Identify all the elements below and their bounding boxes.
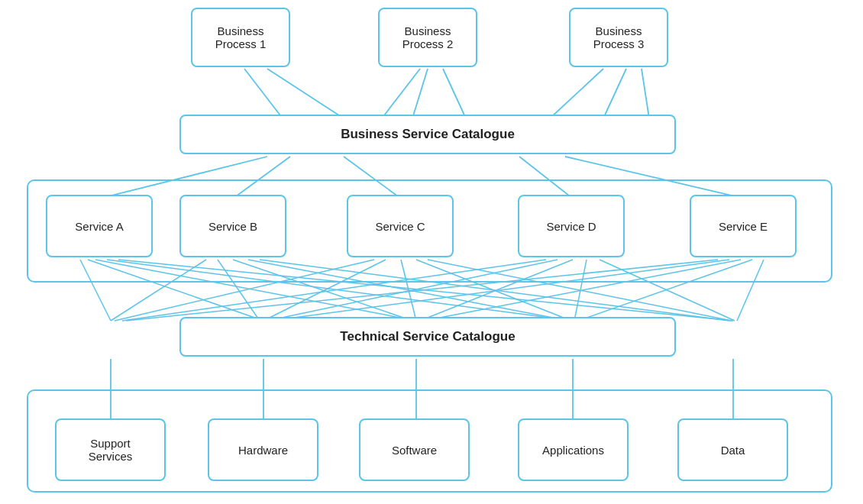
bp3-node: Business Process 3 [569,8,668,67]
svg-line-5 [550,69,603,118]
ss-node: Support Services [55,418,166,481]
svg-line-3 [412,69,428,118]
sw-node: Software [359,418,470,481]
bp2-node: Business Process 2 [378,8,477,67]
bp1-node: Business Process 1 [191,8,290,67]
bsc-node: Business Service Catalogue [179,115,676,154]
sva-node: Service A [46,195,153,257]
svc-node: Service C [347,195,454,257]
svb-node: Service B [179,195,286,257]
svg-line-7 [642,69,649,118]
apps-node: Applications [518,418,629,481]
svg-line-0 [244,69,283,118]
svg-line-4 [443,69,466,118]
svg-line-2 [382,69,420,118]
tsc-node: Technical Service Catalogue [179,317,676,357]
data-node: Data [677,418,788,481]
hw-node: Hardware [208,418,318,481]
svg-line-6 [603,69,626,118]
sve-node: Service E [690,195,797,257]
diagram-container: Business Process 1 Business Process 2 Bu… [0,0,863,504]
svg-line-1 [267,69,344,118]
svd-node: Service D [518,195,625,257]
